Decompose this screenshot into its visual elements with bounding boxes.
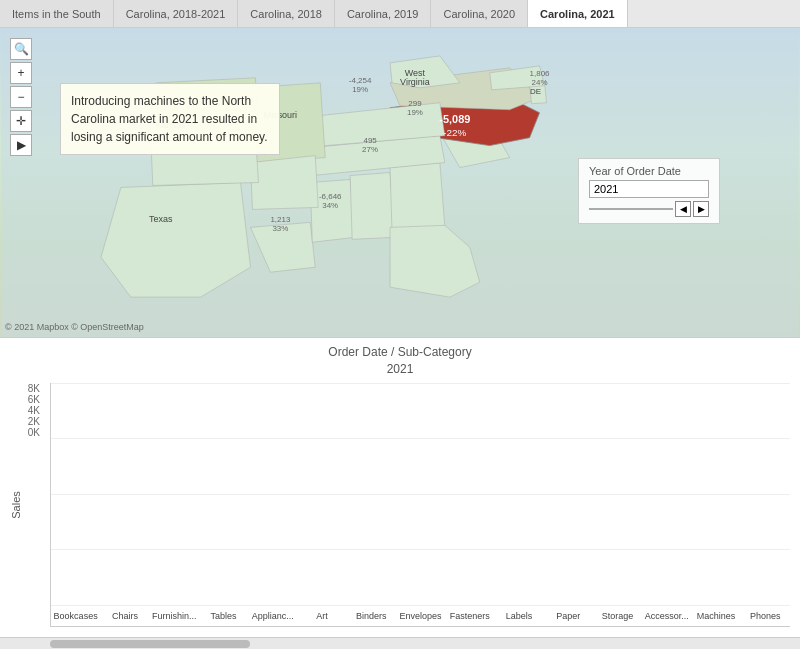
bars-container	[51, 383, 790, 606]
svg-text:-6,646: -6,646	[319, 192, 342, 201]
svg-text:-22%: -22%	[443, 127, 466, 138]
x-label: Fasteners	[445, 611, 494, 621]
svg-text:1,806: 1,806	[530, 69, 551, 78]
svg-text:-4,254: -4,254	[349, 76, 372, 85]
x-label: Accessor...	[642, 611, 691, 621]
year-filter-controls: ◀ ▶	[589, 201, 709, 217]
chart-subtitle: 2021	[10, 361, 790, 378]
tab-carolina-2019[interactable]: Carolina, 2019	[335, 0, 432, 27]
svg-text:19%: 19%	[352, 85, 368, 94]
scrollbar-thumb[interactable]	[50, 640, 250, 648]
x-label: Furnishin...	[150, 611, 199, 621]
next-year-button[interactable]: ▶	[693, 201, 709, 217]
year-filter-label: Year of Order Date	[589, 165, 709, 177]
svg-text:-5,089: -5,089	[439, 113, 470, 125]
y-label: 8K	[28, 383, 40, 394]
year-filter: Year of Order Date ◀ ▶	[578, 158, 720, 224]
tab-carolina-2021[interactable]: Carolina, 2021	[528, 0, 628, 27]
x-label: Storage	[593, 611, 642, 621]
y-axis: 8K6K4K2K0K	[10, 383, 45, 458]
x-label: Bookcases	[51, 611, 100, 621]
annotation-text: Introducing machines to the North Caroli…	[71, 94, 268, 144]
mapbox-credit: © 2021 Mapbox © OpenStreetMap	[5, 322, 144, 332]
x-labels: BookcasesChairsFurnishin...TablesApplian…	[51, 606, 790, 626]
x-label: Labels	[494, 611, 543, 621]
prev-year-button[interactable]: ◀	[675, 201, 691, 217]
svg-text:DE: DE	[530, 87, 541, 96]
x-label: Binders	[347, 611, 396, 621]
map-controls: 🔍 + − ✛ ▶	[10, 38, 32, 156]
chart-area: 8K6K4K2K0K Sales BookcasesChairsFurnishi…	[10, 383, 790, 627]
chart-title-main: Order Date / Sub-Category	[10, 344, 790, 361]
y-label: 0K	[28, 427, 40, 438]
svg-text:495: 495	[363, 136, 377, 145]
svg-text:299: 299	[408, 99, 422, 108]
x-label: Envelopes	[396, 611, 445, 621]
search-button[interactable]: 🔍	[10, 38, 32, 60]
y-label: 4K	[28, 405, 40, 416]
y-label: 2K	[28, 416, 40, 427]
chart-title: Order Date / Sub-Category 2021	[10, 338, 790, 378]
zoom-in-button[interactable]: +	[10, 62, 32, 84]
map-section: Texas Kansas Missouri West Virginia DE -…	[0, 28, 800, 338]
svg-text:27%: 27%	[362, 145, 378, 154]
crosshair-button[interactable]: ✛	[10, 110, 32, 132]
tab-bar: Items in the SouthCarolina, 2018-2021Car…	[0, 0, 800, 28]
x-label: Machines	[691, 611, 740, 621]
svg-text:19%: 19%	[407, 108, 423, 117]
tab-carolina-2018-2021[interactable]: Carolina, 2018-2021	[114, 0, 239, 27]
x-label: Applianc...	[248, 611, 297, 621]
y-label: 6K	[28, 394, 40, 405]
svg-text:Texas: Texas	[149, 214, 173, 224]
svg-text:33%: 33%	[272, 224, 288, 233]
x-label: Phones	[741, 611, 790, 621]
x-label: Art	[297, 611, 346, 621]
y-axis-label: Sales	[10, 491, 22, 519]
tab-carolina-2018[interactable]: Carolina, 2018	[238, 0, 335, 27]
arrow-button[interactable]: ▶	[10, 134, 32, 156]
svg-text:Virginia: Virginia	[400, 77, 430, 87]
slider-track	[589, 208, 673, 210]
main-content: Texas Kansas Missouri West Virginia DE -…	[0, 28, 800, 649]
svg-text:1,213: 1,213	[270, 215, 291, 224]
year-input[interactable]	[589, 180, 709, 198]
x-label: Paper	[544, 611, 593, 621]
tab-carolina-2020[interactable]: Carolina, 2020	[431, 0, 528, 27]
chart-section: Order Date / Sub-Category 2021 8K6K4K2K0…	[0, 338, 800, 637]
zoom-out-button[interactable]: −	[10, 86, 32, 108]
horizontal-scrollbar[interactable]	[0, 637, 800, 649]
x-label: Chairs	[100, 611, 149, 621]
annotation-box: Introducing machines to the North Caroli…	[60, 83, 280, 155]
svg-text:34%: 34%	[322, 201, 338, 210]
chart-inner: BookcasesChairsFurnishin...TablesApplian…	[50, 383, 790, 627]
x-label: Tables	[199, 611, 248, 621]
tab-items-in-the-south[interactable]: Items in the South	[0, 0, 114, 27]
svg-text:24%: 24%	[532, 78, 548, 87]
